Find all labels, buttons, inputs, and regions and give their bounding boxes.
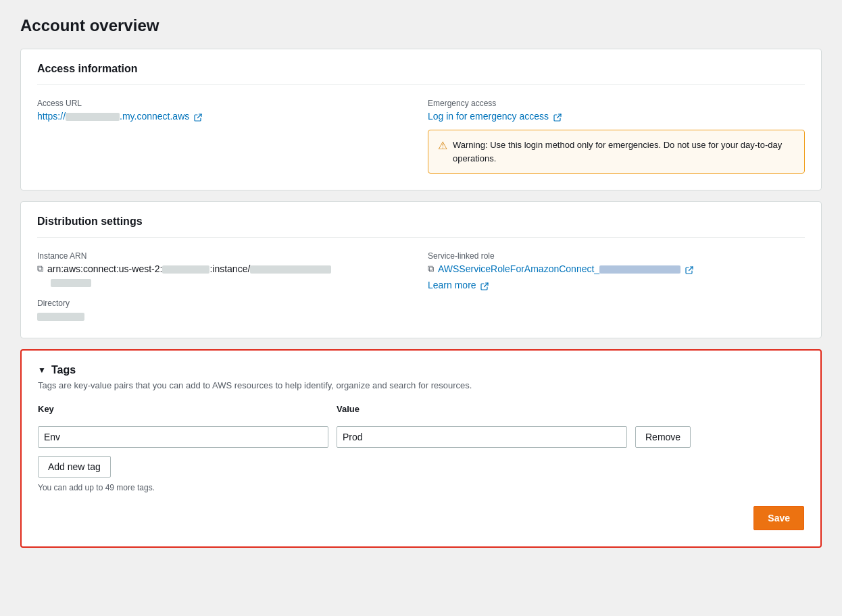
add-tag-section: Add new tag You can add up to 49 more ta… [38, 456, 804, 492]
arn-text: arn:aws:connect:us-west-2::instance/ [47, 263, 331, 274]
collapse-arrow-icon[interactable]: ▼ [38, 365, 46, 375]
arn-row: ⧉ arn:aws:connect:us-west-2::instance/ [37, 263, 414, 274]
tags-description: Tags are key-value pairs that you can ad… [38, 380, 804, 390]
emergency-access-link[interactable]: Log in for emergency access [428, 111, 562, 122]
access-url-link[interactable]: https://.my.connect.aws [37, 111, 202, 122]
directory-value [37, 311, 414, 322]
distribution-settings-card: Distribution settings Instance ARN ⧉ arn… [20, 201, 822, 338]
copy-icon[interactable]: ⧉ [37, 263, 43, 274]
external-link-icon [194, 113, 202, 121]
service-role-row: ⧉ AWSServiceRoleForAmazonConnect_ [428, 263, 805, 274]
access-info-title: Access information [37, 63, 805, 85]
save-button[interactable]: Save [753, 506, 804, 530]
remove-tag-button[interactable]: Remove [635, 426, 691, 448]
tag-row-1: Remove [38, 426, 804, 448]
emergency-access-label: Emergency access [428, 99, 805, 108]
tags-footer: Save [38, 506, 804, 530]
emergency-access-section: Emergency access Log in for emergency ac… [428, 99, 805, 174]
service-role-link[interactable]: AWSServiceRoleForAmazonConnect_ [438, 263, 693, 274]
tag-key-input[interactable] [38, 426, 328, 448]
warning-box: ⚠ Warning: Use this login method only fo… [428, 130, 805, 174]
tag-row-header: Key Value [38, 404, 804, 418]
tags-card: ▼ Tags Tags are key-value pairs that you… [20, 349, 822, 548]
tags-title: Tags [51, 364, 76, 376]
instance-arn-section: Instance ARN ⧉ arn:aws:connect:us-west-2… [37, 251, 414, 322]
tag-value-input[interactable] [337, 426, 627, 448]
tags-header: ▼ Tags [38, 364, 804, 376]
add-new-tag-button[interactable]: Add new tag [38, 456, 111, 478]
service-role-section: Service-linked role ⧉ AWSServiceRoleForA… [428, 251, 805, 322]
access-information-card: Access information Access URL https://.m… [20, 49, 822, 190]
learn-more-link[interactable]: Learn more [428, 280, 489, 290]
warning-icon: ⚠ [438, 139, 447, 152]
instance-arn-label: Instance ARN [37, 251, 414, 261]
key-column-label: Key [38, 404, 328, 414]
service-role-copy-icon[interactable]: ⧉ [428, 263, 434, 274]
access-url-section: Access URL https://.my.connect.aws [37, 99, 414, 174]
page-title: Account overview [20, 16, 822, 35]
learn-more-external-icon [480, 282, 489, 290]
emergency-external-icon [553, 113, 562, 121]
tag-hint: You can add up to 49 more tags. [38, 483, 804, 492]
distribution-settings-title: Distribution settings [37, 215, 805, 238]
service-role-label: Service-linked role [428, 251, 805, 261]
access-url-label: Access URL [37, 99, 414, 108]
value-column-label: Value [337, 404, 627, 414]
directory-label: Directory [37, 299, 414, 308]
service-role-external-icon [685, 265, 693, 274]
warning-text: Warning: Use this login method only for … [453, 138, 795, 165]
